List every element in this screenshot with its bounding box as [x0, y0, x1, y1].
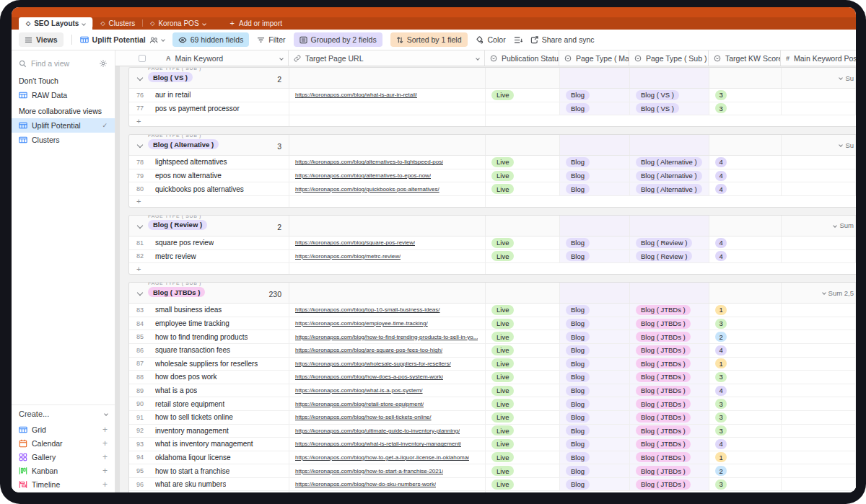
- cell-url[interactable]: https://koronapos.com/blog/metrc-review/: [289, 250, 486, 263]
- cell-keyword[interactable]: 83small business ideas: [129, 304, 289, 317]
- cell-url[interactable]: https://koronapos.com/blog/how-to-sell-t…: [289, 411, 486, 424]
- cell-page-type-sub[interactable]: Blog ( JTBDs ): [630, 478, 709, 491]
- url-link[interactable]: https://koronapos.com/blog/alternatives-…: [295, 172, 431, 179]
- cell-main-keyword-position[interactable]: [782, 358, 856, 371]
- cell-target-kw-score[interactable]: 4: [709, 169, 782, 182]
- cell-main-keyword-position[interactable]: [782, 330, 856, 343]
- cell-url[interactable]: https://koronapos.com/blog/how-does-a-po…: [289, 371, 486, 384]
- cell-target-kw-score[interactable]: 1: [709, 304, 782, 317]
- cell-page-type-sub[interactable]: Blog ( Review ): [630, 250, 709, 263]
- collapse-group-icon[interactable]: [137, 75, 143, 81]
- group-summary-cell[interactable]: Sum: [782, 216, 856, 236]
- chevron-down-icon[interactable]: [839, 143, 844, 147]
- cell-keyword[interactable]: 84employee time tracking: [129, 317, 289, 330]
- cell-keyword[interactable]: 78lightspeed alternatives: [129, 156, 289, 169]
- column-header-target-kw-score[interactable]: Target KW Score: [709, 50, 781, 66]
- url-link[interactable]: https://koronapos.com/blog/retail-store-…: [295, 401, 424, 407]
- cell-publication-status[interactable]: Live: [486, 425, 560, 438]
- url-link[interactable]: https://koronapos.com/blog/employee-time…: [295, 320, 428, 327]
- create-item-calendar[interactable]: Calendar +: [12, 436, 115, 450]
- share-and-sync-button[interactable]: Share and sync: [530, 35, 595, 44]
- row-number[interactable]: 78: [136, 159, 155, 166]
- cell-target-kw-score[interactable]: 2: [709, 464, 782, 477]
- cell-page-type-main[interactable]: Blog: [560, 89, 630, 102]
- cell-page-type-sub[interactable]: Blog ( JTBDs ): [630, 425, 709, 438]
- chevron-down-icon[interactable]: [279, 56, 284, 61]
- cell-target-kw-score[interactable]: 3: [709, 89, 782, 102]
- cell-keyword[interactable]: 95how to start a franchise: [129, 464, 289, 477]
- url-link[interactable]: https://koronapos.com/blog/metrc-review/: [295, 253, 401, 260]
- cell-main-keyword-position[interactable]: [782, 182, 856, 195]
- cell-target-kw-score[interactable]: 2: [709, 330, 782, 343]
- cell-main-keyword-position[interactable]: [782, 411, 856, 424]
- cell-page-type-sub[interactable]: Blog ( JTBDs ): [630, 397, 709, 410]
- url-link[interactable]: https://koronapos.com/blog/how-does-a-po…: [295, 373, 443, 380]
- filter-button[interactable]: Filter: [257, 35, 285, 44]
- cell-page-type-main[interactable]: Blog: [560, 371, 630, 384]
- cell-url[interactable]: https://koronapos.com/blog/what-is-a-pos…: [289, 384, 486, 397]
- url-link[interactable]: https://koronapos.com/blog/wholesale-sup…: [295, 361, 451, 367]
- cell-url[interactable]: https://koronapos.com/blog/square-pos-re…: [289, 236, 486, 249]
- cell-url[interactable]: [289, 102, 486, 115]
- group-button[interactable]: Grouped by 2 fields: [294, 32, 382, 47]
- cell-publication-status[interactable]: Live: [486, 89, 560, 102]
- chevron-down-icon[interactable]: [82, 22, 87, 26]
- cell-target-kw-score[interactable]: 3: [709, 411, 782, 424]
- cell-main-keyword-position[interactable]: [782, 397, 856, 410]
- url-link[interactable]: https://koronapos.com/blog/alternatives-…: [295, 159, 443, 165]
- cell-keyword[interactable]: 86square transaction fees: [129, 344, 289, 357]
- cell-publication-status[interactable]: Live: [486, 384, 560, 397]
- cell-main-keyword-position[interactable]: [782, 156, 856, 169]
- chevron-down-icon[interactable]: [822, 291, 826, 295]
- cell-page-type-main[interactable]: Blog: [560, 169, 630, 182]
- group-summary-cell[interactable]: Su: [782, 135, 856, 155]
- cell-target-kw-score[interactable]: 3: [709, 371, 782, 384]
- row-number[interactable]: 89: [136, 387, 155, 394]
- column-header-main-keyword[interactable]: AMain Keyword: [115, 50, 289, 66]
- cell-page-type-sub[interactable]: Blog ( JTBDs ): [630, 358, 709, 371]
- row-number[interactable]: 85: [136, 333, 155, 340]
- row-number[interactable]: 94: [136, 454, 155, 461]
- row-number[interactable]: 95: [136, 467, 155, 474]
- cell-main-keyword-position[interactable]: [782, 89, 856, 102]
- row-number[interactable]: 88: [136, 373, 155, 381]
- cell-main-keyword-position[interactable]: [782, 371, 856, 384]
- column-header-main-keyword-position[interactable]: #Main Keyword Position: [781, 50, 856, 66]
- add-row-cell[interactable]: +: [129, 196, 289, 207]
- cell-main-keyword-position[interactable]: [782, 236, 856, 249]
- cell-target-kw-score[interactable]: 4: [709, 182, 782, 195]
- cell-main-keyword-position[interactable]: [782, 344, 856, 357]
- url-link[interactable]: https://koronapos.com/blog/square-pos-re…: [295, 239, 415, 246]
- row-number[interactable]: 81: [136, 239, 155, 247]
- cell-page-type-sub[interactable]: Blog ( JTBDs ): [630, 317, 709, 330]
- cell-keyword[interactable]: 80quickbooks pos alternatives: [129, 182, 289, 195]
- cell-target-kw-score[interactable]: 1: [709, 451, 782, 464]
- cell-page-type-sub[interactable]: Blog ( JTBDs ): [630, 411, 709, 424]
- cell-url[interactable]: https://koronapos.com/blog/wholesale-sup…: [289, 358, 486, 371]
- plus-icon[interactable]: +: [102, 453, 108, 461]
- sidebar-item-raw-data[interactable]: RAW Data: [12, 88, 115, 102]
- group-summary-cell[interactable]: Su: [782, 68, 856, 88]
- cell-publication-status[interactable]: [486, 102, 560, 115]
- cell-page-type-sub[interactable]: Blog ( JTBDs ): [630, 451, 709, 464]
- add-row-cell[interactable]: +: [129, 491, 289, 492]
- cell-main-keyword-position[interactable]: [782, 169, 856, 182]
- views-button[interactable]: Views: [19, 32, 64, 47]
- gear-icon[interactable]: [99, 59, 108, 68]
- cell-page-type-sub[interactable]: Blog ( Alternative ): [630, 182, 709, 195]
- cell-publication-status[interactable]: Live: [486, 371, 560, 384]
- cell-page-type-main[interactable]: Blog: [560, 358, 630, 371]
- cell-url[interactable]: https://koronapos.com/blog/how-to-find-t…: [289, 330, 486, 343]
- group-header-cell[interactable]: PAGE TYPE ( SUB )Blog ( JTBDs )230: [129, 283, 289, 303]
- url-link[interactable]: https://koronapos.com/blog/are-square-po…: [295, 347, 442, 353]
- cell-keyword[interactable]: 87wholesale suppliers for resellers: [129, 358, 289, 371]
- tab-seo-layouts[interactable]: ◇ SEO Layouts: [19, 17, 92, 30]
- cell-keyword[interactable]: 91how to sell tickets online: [129, 411, 289, 424]
- column-header-target-page-url[interactable]: Target Page URL: [289, 50, 485, 66]
- cell-page-type-main[interactable]: Blog: [560, 156, 630, 169]
- create-item-grid[interactable]: Grid +: [12, 423, 115, 436]
- cell-page-type-sub[interactable]: Blog ( JTBDs ): [630, 371, 709, 384]
- plus-icon[interactable]: +: [102, 425, 108, 434]
- cell-page-type-sub[interactable]: Blog ( Review ): [630, 236, 709, 249]
- cell-page-type-main[interactable]: Blog: [560, 384, 630, 397]
